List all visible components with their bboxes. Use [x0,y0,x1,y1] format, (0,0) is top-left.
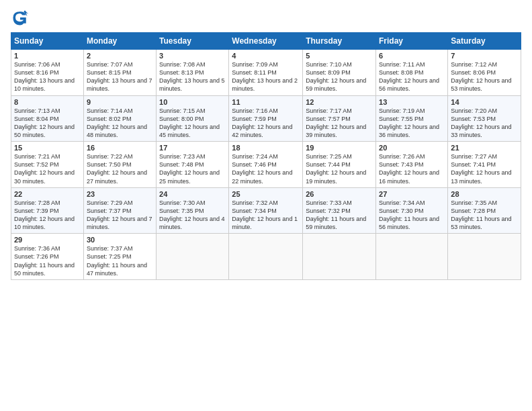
day-number: 21 [451,144,518,152]
col-sunday: Sunday [11,33,84,50]
day-number: 29 [14,236,81,244]
table-row [448,234,521,280]
cell-info: Sunrise: 7:24 AMSunset: 7:46 PMDaylight:… [232,152,300,185]
col-tuesday: Tuesday [157,33,229,50]
table-row: 23Sunrise: 7:29 AMSunset: 7:37 PMDayligh… [83,187,156,234]
table-row: 6Sunrise: 7:11 AMSunset: 8:08 PMDaylight… [376,50,448,96]
day-number: 4 [232,52,300,60]
table-row [376,234,448,280]
day-number: 23 [87,190,153,198]
col-thursday: Thursday [303,33,376,50]
table-row [157,234,229,280]
table-row: 26Sunrise: 7:33 AMSunset: 7:32 PMDayligh… [303,187,376,234]
table-row: 18Sunrise: 7:24 AMSunset: 7:46 PMDayligh… [229,142,303,188]
cell-info: Sunrise: 7:29 AMSunset: 7:37 PMDaylight:… [87,199,153,232]
day-number: 26 [306,190,373,198]
cell-info: Sunrise: 7:14 AMSunset: 8:02 PMDaylight:… [87,107,153,140]
table-row: 30Sunrise: 7:37 AMSunset: 7:25 PMDayligh… [83,234,156,280]
table-row: 27Sunrise: 7:34 AMSunset: 7:30 PMDayligh… [376,187,448,234]
cell-info: Sunrise: 7:16 AMSunset: 7:59 PMDaylight:… [232,107,300,140]
table-row: 21Sunrise: 7:27 AMSunset: 7:41 PMDayligh… [448,142,521,188]
cell-info: Sunrise: 7:19 AMSunset: 7:55 PMDaylight:… [379,107,445,140]
cell-info: Sunrise: 7:28 AMSunset: 7:39 PMDaylight:… [14,199,81,232]
day-number: 19 [306,144,373,152]
col-saturday: Saturday [448,33,521,50]
cell-info: Sunrise: 7:37 AMSunset: 7:25 PMDaylight:… [87,244,153,277]
cell-info: Sunrise: 7:08 AMSunset: 8:13 PMDaylight:… [159,60,226,93]
table-row: 16Sunrise: 7:22 AMSunset: 7:50 PMDayligh… [83,142,156,188]
day-number: 5 [306,52,373,60]
cell-info: Sunrise: 7:06 AMSunset: 8:16 PMDaylight:… [14,60,81,93]
calendar-week: 1Sunrise: 7:06 AMSunset: 8:16 PMDaylight… [11,50,521,96]
cell-info: Sunrise: 7:25 AMSunset: 7:44 PMDaylight:… [306,152,373,185]
table-row: 10Sunrise: 7:15 AMSunset: 8:00 PMDayligh… [157,95,229,142]
table-row: 4Sunrise: 7:09 AMSunset: 8:11 PMDaylight… [229,50,303,96]
day-number: 18 [232,144,300,152]
table-row: 24Sunrise: 7:30 AMSunset: 7:35 PMDayligh… [157,187,229,234]
cell-info: Sunrise: 7:26 AMSunset: 7:43 PMDaylight:… [379,152,445,185]
table-row: 20Sunrise: 7:26 AMSunset: 7:43 PMDayligh… [376,142,448,188]
table-row: 11Sunrise: 7:16 AMSunset: 7:59 PMDayligh… [229,95,303,142]
cell-info: Sunrise: 7:13 AMSunset: 8:04 PMDaylight:… [14,107,81,140]
table-row: 1Sunrise: 7:06 AMSunset: 8:16 PMDaylight… [11,50,84,96]
day-number: 8 [14,98,81,106]
table-row: 8Sunrise: 7:13 AMSunset: 8:04 PMDaylight… [11,95,84,142]
cell-info: Sunrise: 7:30 AMSunset: 7:35 PMDaylight:… [159,199,226,232]
table-row: 19Sunrise: 7:25 AMSunset: 7:44 PMDayligh… [303,142,376,188]
calendar: Sunday Monday Tuesday Wednesday Thursday… [11,32,521,280]
day-number: 25 [232,190,300,198]
cell-info: Sunrise: 7:11 AMSunset: 8:08 PMDaylight:… [379,60,445,93]
cell-info: Sunrise: 7:20 AMSunset: 7:53 PMDaylight:… [451,107,518,140]
table-row: 12Sunrise: 7:17 AMSunset: 7:57 PMDayligh… [303,95,376,142]
table-row: 22Sunrise: 7:28 AMSunset: 7:39 PMDayligh… [11,187,84,234]
calendar-week: 22Sunrise: 7:28 AMSunset: 7:39 PMDayligh… [11,187,521,234]
day-number: 2 [87,52,153,60]
day-number: 15 [14,144,81,152]
table-row: 7Sunrise: 7:12 AMSunset: 8:06 PMDaylight… [448,50,521,96]
table-row: 3Sunrise: 7:08 AMSunset: 8:13 PMDaylight… [157,50,229,96]
cell-info: Sunrise: 7:07 AMSunset: 8:15 PMDaylight:… [87,60,153,93]
day-number: 11 [232,98,300,106]
logo [11,8,32,27]
cell-info: Sunrise: 7:15 AMSunset: 8:00 PMDaylight:… [159,107,226,140]
table-row [229,234,303,280]
table-row: 2Sunrise: 7:07 AMSunset: 8:15 PMDaylight… [83,50,156,96]
table-row: 29Sunrise: 7:36 AMSunset: 7:26 PMDayligh… [11,234,84,280]
day-number: 6 [379,52,445,60]
logo-icon [11,8,30,27]
day-number: 20 [379,144,445,152]
table-row: 5Sunrise: 7:10 AMSunset: 8:09 PMDaylight… [303,50,376,96]
day-number: 24 [159,190,226,198]
day-number: 17 [159,144,226,152]
day-number: 1 [14,52,81,60]
table-row: 9Sunrise: 7:14 AMSunset: 8:02 PMDaylight… [83,95,156,142]
page: Sunday Monday Tuesday Wednesday Thursday… [0,0,532,411]
cell-info: Sunrise: 7:22 AMSunset: 7:50 PMDaylight:… [87,152,153,185]
cell-info: Sunrise: 7:33 AMSunset: 7:32 PMDaylight:… [306,199,373,232]
table-row [303,234,376,280]
cell-info: Sunrise: 7:27 AMSunset: 7:41 PMDaylight:… [451,152,518,185]
cell-info: Sunrise: 7:10 AMSunset: 8:09 PMDaylight:… [306,60,373,93]
calendar-week: 15Sunrise: 7:21 AMSunset: 7:52 PMDayligh… [11,142,521,188]
cell-info: Sunrise: 7:12 AMSunset: 8:06 PMDaylight:… [451,60,518,93]
col-wednesday: Wednesday [229,33,303,50]
cell-info: Sunrise: 7:34 AMSunset: 7:30 PMDaylight:… [379,199,445,232]
day-number: 3 [159,52,226,60]
cell-info: Sunrise: 7:32 AMSunset: 7:34 PMDaylight:… [232,199,300,232]
cell-info: Sunrise: 7:36 AMSunset: 7:26 PMDaylight:… [14,244,81,277]
cell-info: Sunrise: 7:35 AMSunset: 7:28 PMDaylight:… [451,199,518,232]
day-number: 27 [379,190,445,198]
cell-info: Sunrise: 7:21 AMSunset: 7:52 PMDaylight:… [14,152,81,185]
table-row: 14Sunrise: 7:20 AMSunset: 7:53 PMDayligh… [448,95,521,142]
table-row: 17Sunrise: 7:23 AMSunset: 7:48 PMDayligh… [157,142,229,188]
day-number: 14 [451,98,518,106]
calendar-week: 8Sunrise: 7:13 AMSunset: 8:04 PMDaylight… [11,95,521,142]
col-friday: Friday [376,33,448,50]
day-number: 22 [14,190,81,198]
cell-info: Sunrise: 7:17 AMSunset: 7:57 PMDaylight:… [306,107,373,140]
day-number: 30 [87,236,153,244]
day-number: 9 [87,98,153,106]
day-number: 10 [159,98,226,106]
cell-info: Sunrise: 7:09 AMSunset: 8:11 PMDaylight:… [232,60,300,93]
day-number: 28 [451,190,518,198]
